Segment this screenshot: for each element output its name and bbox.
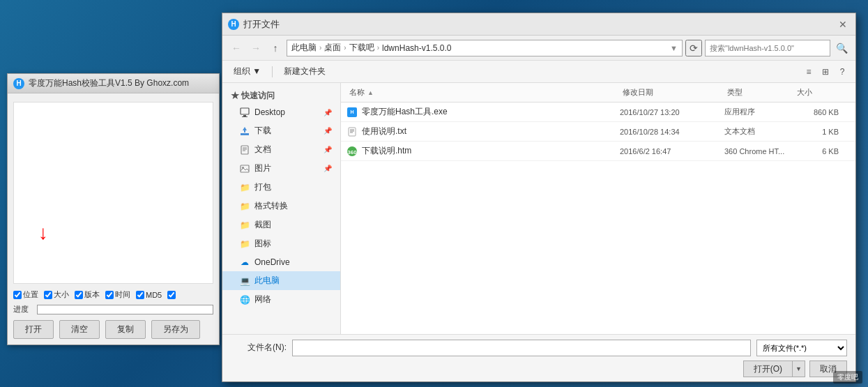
save-as-button[interactable]: 另存为 [151, 320, 200, 339]
pictures-icon [239, 163, 250, 174]
checkbox-md5[interactable]: MD5 [136, 289, 162, 300]
sidebar-item-icons[interactable]: 📁 图标 [222, 234, 340, 253]
path-sep-3: › [377, 44, 379, 52]
path-segment-downloads[interactable]: 下载吧 [349, 42, 374, 54]
app-titlebar: H 零度万能Hash校验工具V1.5 By Ghoxz.com [8, 74, 219, 93]
nav-search-button[interactable]: 🔍 [833, 40, 850, 56]
open-btn-group: 打开(O) ▼ [743, 361, 805, 377]
bottom-actions: 打开(O) ▼ 取消 [231, 361, 847, 377]
svg-rect-9 [241, 165, 249, 172]
nav-search-input[interactable] [705, 40, 830, 56]
sidebar-item-screenshot[interactable]: 📁 截图 [222, 215, 340, 234]
graph-area [13, 102, 213, 284]
dialog-title-left: H 打开文件 [228, 18, 280, 31]
filename-input[interactable] [292, 340, 751, 356]
file-date-exe: 2016/10/27 13:20 [620, 108, 724, 116]
svg-text:360: 360 [347, 149, 357, 155]
path-sep-1: › [319, 44, 321, 52]
sidebar-item-this-computer[interactable]: 💻 此电脑 [222, 271, 340, 290]
folder-icon-4: 📁 [239, 238, 250, 250]
toolbar-row: 组织 ▼ 新建文件夹 ≡ ⊞ ? [222, 61, 855, 83]
dialog-title-icon: H [228, 19, 239, 30]
view-details-button[interactable]: ⊞ [818, 64, 833, 79]
nav-refresh-button[interactable]: ⟳ [685, 40, 702, 56]
svg-rect-5 [241, 146, 248, 154]
file-dialog: H 打开文件 ✕ ← → ↑ 此电脑 › 桌面 › 下载吧 › ldwnHash… [222, 13, 856, 382]
path-sep-2: › [344, 44, 346, 52]
svg-rect-0 [241, 108, 249, 114]
open-button[interactable]: 打开 [13, 320, 54, 339]
cloud-icon: ☁ [239, 257, 250, 268]
organize-button[interactable]: 组织 ▼ [228, 63, 266, 79]
clear-button[interactable]: 清空 [59, 320, 100, 339]
copy-button[interactable]: 复制 [105, 320, 146, 339]
new-folder-button[interactable]: 新建文件夹 [278, 63, 331, 79]
checkbox-version[interactable]: 版本 [75, 289, 100, 300]
nav-forward-button[interactable]: → [248, 40, 264, 56]
file-date-htm: 2016/6/2 16:47 [620, 147, 724, 155]
txt-icon [347, 126, 358, 137]
checkbox-position[interactable]: 位置 [13, 289, 38, 300]
nav-path-bar: 此电脑 › 桌面 › 下载吧 › ldwnHash-v1.5.0.0 ▼ [287, 40, 683, 56]
file-row-txt[interactable]: 使用说明.txt 2016/10/28 14:34 文本文档 1 KB [341, 122, 855, 142]
file-name-txt: 使用说明.txt [347, 126, 620, 137]
path-segment-folder[interactable]: ldwnHash-v1.5.0.0 [382, 43, 451, 53]
view-help-button[interactable]: ? [835, 64, 850, 79]
folder-icon-1: 📁 [239, 182, 250, 193]
documents-icon [239, 144, 250, 155]
app-title-text: 零度万能Hash校验工具V1.5 By Ghoxz.com [29, 77, 213, 89]
checkbox-extra[interactable] [167, 289, 177, 300]
filename-row: 文件名(N): 所有文件(*.*) [231, 340, 847, 356]
file-list-header: 名称 ▲ 修改日期 类型 大小 [341, 83, 855, 103]
svg-rect-1 [243, 115, 246, 116]
file-date-txt: 2016/10/28 14:34 [620, 128, 724, 136]
app-title-icon: H [13, 78, 24, 89]
file-size-exe: 860 KB [794, 108, 850, 116]
view-list-button[interactable]: ≡ [801, 64, 816, 79]
sidebar-item-convert[interactable]: 📁 格式转换 [222, 197, 340, 215]
dialog-titlebar: H 打开文件 ✕ [222, 13, 855, 36]
col-header-date[interactable]: 修改日期 [620, 87, 724, 98]
sidebar-item-pictures[interactable]: 图片 📌 [222, 159, 340, 178]
desktop-icon [239, 107, 250, 118]
sidebar-quick-access-header[interactable]: ★ 快速访问 [222, 86, 340, 103]
file-type-exe: 应用程序 [724, 107, 794, 117]
path-segment-desktop[interactable]: 桌面 [324, 42, 341, 54]
toolbar-separator [272, 66, 273, 77]
sidebar: ★ 快速访问 Desktop 📌 下载 📌 文档 [222, 83, 341, 334]
progress-label: 进度 [13, 304, 33, 314]
checkbox-time[interactable]: 时间 [105, 289, 130, 300]
progress-bar [37, 305, 213, 314]
dialog-close-button[interactable]: ✕ [836, 17, 850, 31]
dialog-open-button[interactable]: 打开(O) [743, 361, 793, 377]
bottom-bar: 文件名(N): 所有文件(*.*) 打开(O) ▼ 取消 [222, 334, 855, 381]
checkboxes-row: 位置 大小 版本 时间 MD5 [13, 287, 213, 300]
sidebar-item-desktop[interactable]: Desktop 📌 [222, 103, 340, 121]
file-size-txt: 1 KB [794, 128, 850, 136]
nav-back-button[interactable]: ← [228, 40, 245, 56]
sidebar-item-download[interactable]: 下载 📌 [222, 121, 340, 140]
file-name-htm: 360 下载说明.htm [347, 145, 620, 157]
sidebar-item-onedrive[interactable]: ☁ OneDrive [222, 253, 340, 271]
view-icons: ≡ ⊞ ? [801, 64, 850, 79]
file-list-area: 名称 ▲ 修改日期 类型 大小 H 零度万能 [341, 83, 855, 334]
sidebar-item-network[interactable]: 🌐 网络 [222, 290, 340, 309]
red-arrow-indicator: ↓ [38, 223, 48, 243]
filetype-dropdown[interactable]: 所有文件(*.*) [756, 340, 847, 356]
sidebar-item-documents[interactable]: 文档 📌 [222, 140, 340, 159]
open-btn-arrow[interactable]: ▼ [793, 361, 805, 377]
file-row-htm[interactable]: 360 下载说明.htm 2016/6/2 16:47 360 Chrome H… [341, 142, 855, 161]
col-header-size[interactable]: 大小 [794, 87, 850, 98]
checkbox-size[interactable]: 大小 [44, 289, 69, 300]
file-row-exe[interactable]: H 零度万能Hash工具.exe 2016/10/27 13:20 应用程序 8… [341, 103, 855, 122]
col-header-type[interactable]: 类型 [724, 87, 794, 98]
computer-icon: 💻 [239, 275, 250, 287]
folder-icon-2: 📁 [239, 201, 250, 212]
svg-rect-3 [241, 133, 249, 135]
col-header-name[interactable]: 名称 ▲ [347, 87, 620, 98]
folder-icon-3: 📁 [239, 220, 250, 231]
sidebar-item-package[interactable]: 📁 打包 [222, 178, 340, 197]
nav-up-button[interactable]: ↑ [267, 40, 284, 56]
htm-icon: 360 [347, 146, 358, 157]
path-segment-computer[interactable]: 此电脑 [291, 42, 317, 54]
